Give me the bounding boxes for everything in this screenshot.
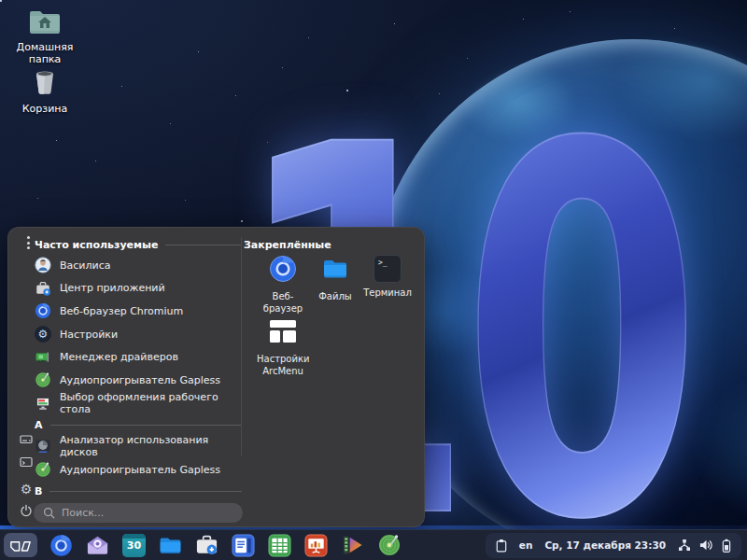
media-player-icon (341, 534, 364, 556)
menu-item-driver-manager[interactable]: Менеджер драйверов (35, 345, 242, 369)
search-icon (43, 507, 55, 519)
settings-shortcut-button[interactable]: ⚙ (18, 481, 35, 497)
menu-item-settings[interactable]: ⚙ Настройки (35, 323, 242, 346)
battery-icon (722, 539, 731, 553)
desktop-icon-trash[interactable]: Корзина (2, 67, 88, 115)
arcmenu-logo-icon (9, 539, 32, 553)
computer-icon (20, 433, 33, 446)
menu-column-divider (241, 237, 242, 455)
power-icon (20, 504, 33, 517)
volume-tray-button[interactable] (699, 539, 713, 552)
vinyl-record-icon (35, 461, 51, 478)
app-menu-panel: ⚙ Часто используемые (7, 227, 425, 527)
mail-envelope-icon (86, 535, 109, 555)
desktop-icon-label: Домашняя папка (2, 41, 88, 65)
calendar-day: 30 (122, 539, 146, 552)
battery-tray-button[interactable] (722, 539, 731, 553)
pinned-apps-section: Закреплённые Веб-браузер C… (244, 235, 423, 377)
taskbar-presentation[interactable] (304, 533, 329, 557)
taskbar-chromium[interactable] (49, 533, 74, 557)
vasilisa-avatar-icon (35, 257, 51, 273)
clipboard-icon (496, 539, 507, 553)
app-center-briefcase-icon (35, 280, 51, 297)
vinyl-record-icon (378, 534, 401, 556)
menu-item-desktop-theme[interactable]: Выбор оформления рабочего стола (35, 392, 242, 415)
disk-analyzer-icon (35, 438, 51, 455)
terminal-shortcut-button[interactable] (18, 454, 35, 470)
calendar-icon: 30 (122, 534, 146, 557)
menu-item-app-center[interactable]: Центр приложений (35, 277, 242, 301)
menu-item-vasilisa[interactable]: Василиса (35, 254, 242, 277)
taskbar-calendar[interactable]: 30 (122, 533, 147, 557)
keyboard-layout-indicator[interactable]: en (519, 539, 533, 551)
pinned-item-arcmenu-settings[interactable]: Настройки ArcMenu (257, 317, 309, 377)
word-processor-icon (232, 534, 255, 557)
search-input[interactable] (62, 507, 233, 519)
vinyl-record-icon (35, 371, 51, 388)
chromium-icon (49, 534, 73, 557)
frequent-apps-list: Часто используемые Василиса (35, 235, 242, 525)
pinned-item-files[interactable]: Файлы (309, 255, 361, 315)
driver-card-icon (35, 349, 51, 366)
system-tray: en Ср, 17 декабря 23:30 (486, 533, 741, 558)
desktop-icon-label: Корзина (22, 103, 67, 115)
taskbar-writer[interactable] (232, 533, 256, 557)
settings-gear-icon: ⚙ (21, 483, 33, 496)
taskbar-app-center[interactable] (195, 533, 219, 557)
taskbar-spreadsheet[interactable] (268, 533, 292, 557)
taskbar-gapless[interactable] (377, 533, 402, 557)
files-folder-icon (159, 535, 182, 555)
arcmenu-layout-icon (269, 317, 297, 349)
computer-shortcut-button[interactable] (18, 431, 35, 448)
taskbar-mail[interactable] (86, 533, 110, 557)
search-field[interactable] (34, 503, 243, 523)
desktop-icon-home-folder[interactable]: Домашняя папка (2, 7, 88, 65)
pinned-section-header: Закреплённые (244, 235, 423, 254)
pinned-item-chromium[interactable]: Веб-браузер C… (257, 255, 309, 315)
taskbar-media-player[interactable] (341, 533, 365, 557)
frequent-section-header: Часто используемые (35, 235, 242, 254)
chromium-icon (269, 255, 297, 287)
menu-item-gapless-a[interactable]: Аудиопроигрыватель Gapless (35, 458, 242, 482)
theme-monitor-icon (35, 395, 51, 412)
terminal-icon: >_ (374, 255, 402, 283)
menu-item-chromium[interactable]: Веб-браузер Chromium (35, 300, 242, 323)
network-tray-button[interactable] (678, 539, 691, 552)
taskbar-files[interactable] (159, 533, 183, 557)
chromium-icon (35, 302, 51, 319)
settings-icon: ⚙ (35, 326, 51, 343)
menu-item-disk-analyzer[interactable]: Анализатор использования дисков (35, 435, 242, 458)
taskbar: 30 (0, 529, 747, 560)
volume-icon (699, 539, 713, 552)
letter-section-a: А (35, 414, 242, 435)
power-button[interactable] (18, 502, 35, 519)
menu-options-kebab-icon[interactable] (21, 233, 35, 252)
menu-item-gapless[interactable]: Аудиопроигрыватель Gapless (35, 369, 242, 392)
letter-section-b: В (35, 481, 242, 501)
clipboard-tray-button[interactable] (496, 539, 507, 553)
presentation-icon (304, 534, 328, 557)
network-icon (678, 539, 691, 552)
app-menu-button[interactable] (4, 533, 37, 557)
app-center-briefcase-icon (195, 534, 218, 556)
stars-bright-decor (0, 0, 2, 2)
pinned-item-terminal[interactable]: >_ Терминал (361, 255, 414, 315)
home-folder-icon (28, 7, 62, 38)
files-folder-icon (321, 255, 349, 287)
clock[interactable]: Ср, 17 декабря 23:30 (544, 539, 666, 551)
spreadsheet-icon (268, 534, 291, 557)
desktop: 10 Домашняя папка Корзина (0, 0, 747, 560)
trash-bin-icon (30, 67, 60, 100)
terminal-icon (20, 455, 33, 469)
